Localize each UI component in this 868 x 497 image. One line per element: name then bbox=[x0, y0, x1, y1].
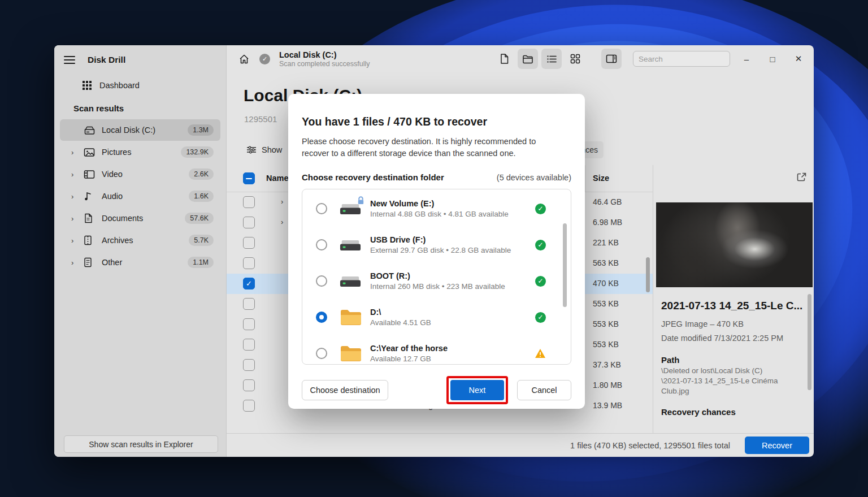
row-checkbox[interactable] bbox=[243, 237, 255, 249]
view-toolbar bbox=[494, 49, 585, 69]
count-badge: 57.6K bbox=[185, 213, 214, 224]
chevron-right-icon[interactable]: › bbox=[71, 214, 84, 223]
count-badge: 1.1M bbox=[188, 257, 214, 268]
drive-icon bbox=[340, 274, 361, 288]
desktop-wallpaper: Disk Drill Dashboard Scan results Local … bbox=[0, 0, 868, 497]
preview-recovery-chances-label: Recovery chances bbox=[661, 407, 801, 417]
filter-sliders-icon bbox=[246, 146, 257, 154]
preview-file-info: JPEG Image – 470 KB bbox=[661, 319, 801, 329]
folder-icon bbox=[340, 344, 362, 362]
destination-option-boot[interactable]: BOOT (R:) Internal 260 MB disk • 223 MB … bbox=[302, 263, 571, 299]
maximize-button[interactable]: □ bbox=[760, 47, 785, 70]
preview-path-label: Path bbox=[661, 355, 801, 365]
destination-option-new-volume[interactable]: New Volume (E:) Internal 4.88 GB disk • … bbox=[302, 191, 571, 227]
preview-scrollbar[interactable] bbox=[808, 294, 811, 390]
files-found-count: 1295501 bbox=[244, 114, 277, 124]
recovery-dialog: You have 1 files / 470 KB to recover Ple… bbox=[288, 94, 585, 409]
pictures-icon bbox=[84, 146, 96, 158]
destination-option-usb-drive[interactable]: USB Drive (F:) External 29.7 GB disk • 2… bbox=[302, 227, 571, 263]
radio-button-selected[interactable] bbox=[316, 312, 327, 323]
sidebar-item-documents[interactable]: › Documents 57.6K bbox=[60, 208, 220, 229]
selection-summary: 1 files (470 KB) selected, 1295501 files… bbox=[570, 441, 730, 450]
sidebar-item-dashboard[interactable]: Dashboard bbox=[54, 65, 226, 90]
select-all-checkbox[interactable] bbox=[243, 172, 255, 184]
disk-icon bbox=[84, 124, 96, 136]
archives-icon bbox=[84, 235, 96, 246]
radio-button[interactable] bbox=[316, 203, 327, 214]
dialog-title: You have 1 files / 470 KB to recover bbox=[302, 115, 571, 128]
preview-path: \Deleted or lost\Local Disk (C) bbox=[661, 366, 801, 375]
chevron-right-icon[interactable]: › bbox=[71, 236, 84, 245]
row-checkbox[interactable] bbox=[243, 400, 255, 412]
other-files-icon bbox=[84, 257, 96, 268]
status-ok-icon bbox=[535, 312, 546, 323]
chevron-right-icon[interactable]: › bbox=[71, 148, 84, 157]
expand-chevron-icon[interactable]: › bbox=[281, 218, 283, 226]
recover-button[interactable]: Recover bbox=[745, 437, 809, 454]
radio-button[interactable] bbox=[316, 348, 327, 359]
scan-results-section-label: Scan results bbox=[54, 90, 226, 119]
destination-list-label: Choose recovery destination folder bbox=[302, 172, 444, 182]
chevron-right-icon[interactable]: › bbox=[71, 170, 84, 179]
close-button[interactable]: ✕ bbox=[785, 47, 811, 70]
count-badge: 2.6K bbox=[189, 168, 214, 180]
window-controls: – □ ✕ bbox=[734, 47, 811, 70]
size-column-header[interactable]: Size bbox=[593, 174, 609, 183]
row-checkbox[interactable] bbox=[243, 359, 255, 371]
home-button[interactable] bbox=[235, 49, 254, 68]
preview-panel: 2021-07-13 14_25_15-Le C... JPEG Image –… bbox=[653, 165, 814, 433]
radio-button[interactable] bbox=[316, 239, 327, 250]
search-box[interactable] bbox=[633, 51, 730, 67]
folder-view-button[interactable] bbox=[518, 49, 538, 69]
row-checkbox-checked[interactable] bbox=[243, 278, 255, 289]
show-in-explorer-button[interactable]: Show scan results in Explorer bbox=[64, 435, 218, 453]
sidebar-item-other[interactable]: › Other 1.1M bbox=[60, 252, 220, 273]
scan-complete-icon: ✓ bbox=[259, 54, 270, 64]
chevron-right-icon[interactable]: › bbox=[71, 258, 84, 267]
folder-icon bbox=[340, 308, 362, 326]
cancel-button[interactable]: Cancel bbox=[517, 380, 571, 400]
row-checkbox[interactable] bbox=[243, 318, 255, 330]
sidebar-item-archives[interactable]: › Archives 5.7K bbox=[60, 230, 220, 251]
row-checkbox[interactable] bbox=[243, 379, 255, 391]
expand-chevron-icon[interactable]: › bbox=[281, 197, 283, 206]
next-button[interactable]: Next bbox=[450, 380, 504, 400]
status-warning-icon bbox=[535, 348, 546, 358]
chevron-right-icon[interactable]: › bbox=[71, 192, 84, 201]
minimize-button[interactable]: – bbox=[734, 47, 760, 70]
destination-option-c-year-of-horse[interactable]: C:\Year of the horse Available 12.7 GB bbox=[302, 335, 571, 365]
destination-option-d-drive[interactable]: D:\ Available 4.51 GB bbox=[302, 299, 571, 335]
radio-button[interactable] bbox=[316, 275, 327, 287]
sidebar-item-local-disk[interactable]: Local Disk (C:) 1.3M bbox=[60, 119, 220, 141]
name-column-header[interactable]: Name bbox=[266, 174, 289, 183]
file-view-button[interactable] bbox=[494, 49, 514, 69]
list-view-button[interactable] bbox=[541, 49, 562, 69]
status-ok-icon bbox=[535, 204, 546, 214]
preview-panel-toggle-button[interactable] bbox=[601, 49, 622, 69]
hamburger-menu-icon[interactable] bbox=[64, 56, 75, 64]
preview-image bbox=[656, 202, 813, 287]
app-title: Disk Drill bbox=[88, 55, 125, 65]
bitlocker-lock-icon bbox=[357, 196, 365, 205]
sidebar-item-audio[interactable]: › Audio 1.6K bbox=[60, 185, 220, 207]
choose-destination-button[interactable]: Choose destination bbox=[302, 380, 388, 400]
sidebar-item-video[interactable]: › Video 2.6K bbox=[60, 163, 220, 185]
row-checkbox[interactable] bbox=[243, 257, 255, 269]
preview-filename: 2021-07-13 14_25_15-Le C... bbox=[661, 300, 801, 312]
show-filter-button[interactable]: Show bbox=[246, 141, 282, 158]
row-checkbox[interactable] bbox=[243, 339, 255, 351]
row-checkbox[interactable] bbox=[243, 298, 255, 310]
table-scrollbar[interactable] bbox=[646, 257, 650, 292]
drive-icon bbox=[340, 238, 361, 252]
row-checkbox[interactable] bbox=[243, 196, 255, 208]
open-external-icon[interactable] bbox=[796, 172, 807, 183]
destination-list-scrollbar[interactable] bbox=[563, 223, 567, 307]
search-input[interactable] bbox=[639, 55, 739, 63]
count-badge: 132.9K bbox=[181, 146, 214, 158]
devices-available-count: (5 devices available) bbox=[497, 173, 571, 182]
dialog-body-text: Please choose recovery destination. It i… bbox=[302, 136, 555, 159]
sidebar-item-pictures[interactable]: › Pictures 132.9K bbox=[60, 141, 220, 163]
grid-view-button[interactable] bbox=[565, 49, 585, 69]
row-checkbox[interactable] bbox=[243, 217, 255, 228]
header-subtitle: Scan completed successfully bbox=[279, 60, 370, 68]
